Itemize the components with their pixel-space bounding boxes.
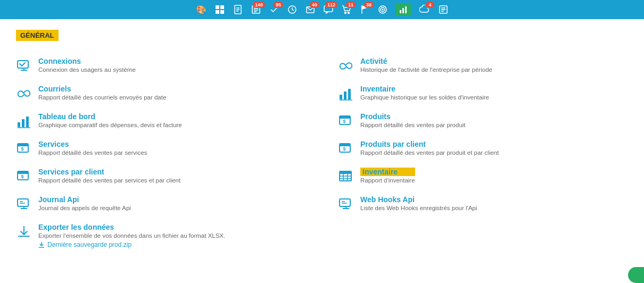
section-header: GÉNÉRAL [16,30,628,52]
services-icon: $ [16,141,32,157]
svg-rect-24 [400,10,401,13]
courriels-desc: Rapport détaillé des courriels envoyés p… [38,94,166,101]
list-item: $ Produits Rapport détaillé des ventes p… [338,107,628,135]
doc-icon[interactable] [233,5,243,14]
backup-link[interactable]: Dernière sauvegarde prod.zip [38,241,225,248]
memo-icon[interactable] [439,5,448,14]
courriels-icon [16,86,32,102]
cart-icon[interactable]: 11 [342,5,351,14]
cloud-icon[interactable]: 4 [419,5,430,14]
list-item: Tableau de bord Graphique comparatif des… [16,107,306,135]
inventaire-chart-desc: Graphique historique sur les soldes d'in… [360,94,489,101]
svg-rect-2 [216,10,219,14]
svg-rect-34 [18,122,20,127]
inventaire-rapport-title[interactable]: Inventaire [360,168,415,176]
svg-rect-51 [344,91,346,99]
svg-point-23 [382,9,383,10]
checklist-icon[interactable]: 140 [251,5,261,14]
svg-rect-35 [22,119,24,127]
inventaire-table-icon [338,169,354,185]
tableau-desc: Graphique comparatif des dépenses, devis… [38,122,182,128]
tableau-icon [16,113,32,129]
connexions-icon [16,58,32,74]
export-icon [16,224,32,240]
svg-rect-1 [220,5,224,9]
produits-client-title[interactable]: Produits par client [360,140,499,148]
produits-title[interactable]: Produits [360,112,466,121]
svg-text:$: $ [343,119,345,124]
list-item: Inventaire Graphique historique sur les … [338,79,628,107]
produits-desc: Rapport détaillé des ventes par produit [360,122,466,128]
grid-icon[interactable] [215,5,225,14]
checklist-badge: 140 [253,2,265,8]
svg-rect-50 [340,95,342,99]
journal-api-title[interactable]: Journal Api [38,195,131,204]
send-icon[interactable]: 40 [306,5,315,14]
services-title[interactable]: Services [38,140,147,148]
target-icon[interactable] [378,5,387,14]
menu-grid: Connexions Connexion des usagers au syst… [16,52,628,254]
svg-rect-3 [220,10,224,14]
svg-line-15 [292,10,294,11]
chart-icon[interactable] [396,3,411,16]
bottom-bar-button[interactable] [628,267,644,283]
flag-badge: 38 [364,2,374,8]
activite-title[interactable]: Activité [360,57,492,65]
tasks-badge: 95 [274,2,283,8]
list-item: Connexions Connexion des usagers au syst… [16,52,306,79]
clock-icon[interactable] [287,5,297,14]
tableau-title[interactable]: Tableau de bord [38,112,182,121]
journal-api-desc: Journal des appels de requête Api [38,205,131,211]
list-item: $ Services Rapport détaillé des ventes p… [16,135,306,162]
svg-text:$: $ [343,146,345,152]
produits-icon: $ [338,113,354,129]
services-client-title[interactable]: Services par client [38,168,180,176]
activite-desc: Historique de l'activité de l'entreprise… [360,66,492,73]
list-item: Journal Api Journal des appels de requêt… [16,190,306,218]
flag-icon[interactable]: 38 [360,5,369,14]
svg-rect-61 [340,171,351,174]
webhooks-desc: Liste des Web Hooks enregistrés pour l'A… [360,205,477,211]
journal-api-icon [16,196,32,212]
chat-icon[interactable]: 112 [324,5,333,14]
services-desc: Rapport détaillé des ventes par services [38,149,147,156]
tasks-icon[interactable]: 95 [269,5,279,14]
svg-rect-36 [26,116,29,127]
svg-rect-44 [18,199,28,206]
services-client-icon: $ [16,169,32,185]
svg-rect-0 [216,5,219,9]
list-item: $ Produits par client Rapport détaillé d… [338,135,628,162]
chat-badge: 112 [325,2,337,8]
webhooks-icon [338,196,354,212]
inventaire-chart-icon [338,86,354,102]
list-item: Web Hooks Api Liste des Web Hooks enregi… [338,190,628,218]
main-content: GÉNÉRAL Connexions Connexion des usagers… [0,19,644,264]
inventaire-rapport-desc: Rapport d'inventaire [360,177,415,184]
courriels-title[interactable]: Courriels [38,85,166,93]
svg-rect-25 [402,8,404,13]
svg-rect-26 [405,6,407,13]
cart-badge: 11 [346,2,356,8]
svg-rect-52 [348,89,351,99]
connexions-title[interactable]: Connexions [38,57,136,65]
produits-client-icon: $ [338,141,354,157]
list-item: Exporter les données Exporter l'ensemble… [16,218,306,254]
send-badge: 40 [310,2,319,8]
connexions-desc: Connexion des usagers au système [38,66,136,73]
export-desc: Exporter l'ensemble de vos données dans … [38,232,225,239]
cloud-badge: 4 [426,2,434,8]
produits-client-desc: Rapport détaillé des ventes par produit … [360,149,499,156]
svg-point-18 [345,12,346,14]
webhooks-title[interactable]: Web Hooks Api [360,195,477,204]
svg-text:$: $ [21,174,23,179]
palette-icon[interactable]: 🎨 [196,5,207,15]
svg-point-19 [348,12,350,14]
svg-rect-66 [340,199,350,206]
topbar: 🎨 140 95 40 [0,0,644,19]
activite-icon [338,58,354,74]
export-title[interactable]: Exporter les données [38,223,225,231]
list-item: Courriels Rapport détaillé des courriels… [16,79,306,107]
list-item: Activité Historique de l'activité de l'e… [338,52,628,79]
inventaire-chart-title[interactable]: Inventaire [360,85,489,93]
list-item: Inventaire Rapport d'inventaire [338,162,628,190]
